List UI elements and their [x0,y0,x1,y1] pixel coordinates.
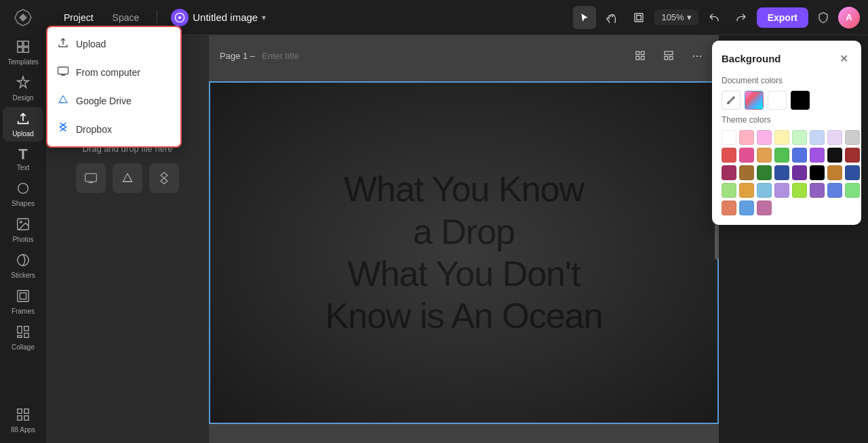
gradient-color-swatch[interactable] [745,91,764,110]
theme-color-33[interactable] [722,201,736,215]
upload-icon [16,111,31,128]
document-title: Untitled image [193,12,258,23]
collage-icon [16,324,31,341]
theme-color-26[interactable] [739,183,754,198]
dropbox-upload-button[interactable] [149,163,179,193]
svg-rect-28 [665,51,673,55]
theme-color-2[interactable] [739,130,754,145]
theme-color-5[interactable] [792,130,807,145]
sidebar-item-shapes[interactable]: Shapes [3,177,43,211]
theme-color-3[interactable] [757,130,772,145]
frame-tool-button[interactable] [627,6,650,29]
zoom-control[interactable]: 105% ▾ [654,9,698,25]
theme-color-18[interactable] [739,165,754,180]
theme-color-30[interactable] [810,183,825,198]
dropdown-upload[interactable]: Upload [47,30,180,58]
computer-upload-button[interactable] [76,163,106,193]
theme-color-7[interactable] [827,130,842,145]
canvas-area: What You Know a Drop What You Don't Know… [209,35,719,443]
theme-color-22[interactable] [810,165,825,180]
document-colors-label: Document colors [722,76,852,85]
google-drive-icon [57,93,69,108]
theme-color-28[interactable] [774,183,789,198]
theme-color-31[interactable] [827,183,842,198]
svg-rect-25 [641,51,644,55]
sidebar-item-label-shapes: Shapes [12,200,35,207]
redo-button[interactable] [730,6,753,29]
theme-color-25[interactable] [722,183,736,198]
text-icon: T [18,147,27,162]
eyedropper-button[interactable] [722,91,741,110]
bg-panel-close-button[interactable]: ✕ [835,50,852,66]
avatar[interactable]: A [838,7,860,28]
dropdown-from-computer[interactable]: From computer [47,58,180,87]
black-color-swatch[interactable] [791,91,810,110]
theme-color-6[interactable] [810,130,825,145]
svg-rect-30 [669,56,673,60]
sidebar-item-text[interactable]: T Text [3,143,43,175]
theme-color-29[interactable] [792,183,807,198]
topbar-title-area: Untitled image ▾ [171,9,266,26]
svg-rect-12 [18,291,29,302]
white-color-swatch[interactable] [768,91,787,110]
canvas-text-line3: What You Don't [326,253,603,295]
dropdown-dropbox[interactable]: Dropbox [47,115,180,144]
drag-drop-area: Drag and drop file here [46,144,209,193]
dropdown-upload-label: Upload [76,39,106,49]
sidebar-item-label-design: Design [12,94,33,102]
sidebar-item-design[interactable]: Design [3,71,43,106]
sidebar-item-collage[interactable]: Collage [3,320,43,355]
select-tool-button[interactable] [573,6,596,29]
theme-color-15[interactable] [827,148,842,163]
sidebar-item-upload[interactable]: Upload [3,107,43,142]
sidebar-item-photos[interactable]: Photos [3,213,43,247]
theme-color-35[interactable] [757,201,772,215]
google-drive-upload-button[interactable] [113,163,142,193]
theme-color-10[interactable] [739,148,754,163]
sidebar: Templates Design Upload T Text Shapes Ph… [0,0,46,443]
theme-color-19[interactable] [757,165,772,180]
theme-color-21[interactable] [792,165,807,180]
theme-color-23[interactable] [827,165,842,180]
theme-color-12[interactable] [774,148,789,163]
hand-tool-button[interactable] [600,6,623,29]
tab-space[interactable]: Space [103,8,149,27]
export-button[interactable]: Export [757,7,808,28]
sidebar-item-frames[interactable]: Frames [3,284,43,319]
sidebar-item-templates[interactable]: Templates [3,35,43,70]
theme-color-17[interactable] [722,165,736,180]
theme-color-20[interactable] [774,165,789,180]
canvas-text[interactable]: What You Know a Drop What You Don't Know… [326,168,603,337]
theme-color-4[interactable] [774,130,789,145]
canvas-scroll-handle[interactable] [715,219,719,259]
svg-rect-18 [18,409,22,413]
grid-view-button[interactable] [629,45,651,66]
sidebar-logo [11,5,35,30]
page-label: Page 1 – [220,51,255,61]
theme-color-24[interactable] [845,165,860,180]
undo-button[interactable] [703,6,726,29]
sidebar-item-apps[interactable]: 88 Apps [3,403,43,438]
theme-color-34[interactable] [739,201,754,215]
theme-color-9[interactable] [722,148,736,163]
theme-color-13[interactable] [792,148,807,163]
bg-panel-header: Background ✕ [722,50,852,66]
page-title-input[interactable] [262,51,376,61]
tab-project[interactable]: Project [54,8,103,27]
shield-icon[interactable] [812,7,834,28]
layout-view-button[interactable] [658,45,679,66]
document-title-chevron[interactable]: ▾ [262,13,266,22]
more-options-button[interactable]: ··· [686,45,708,66]
theme-color-14[interactable] [810,148,825,163]
sidebar-item-stickers[interactable]: Stickers [3,249,43,283]
dropdown-google-drive[interactable]: Google Drive [47,87,180,115]
theme-color-8[interactable] [845,130,860,145]
sidebar-item-label-stickers: Stickers [11,272,35,279]
theme-color-1[interactable] [722,130,736,145]
theme-color-27[interactable] [757,183,772,198]
theme-color-16[interactable] [845,148,860,163]
stickers-icon [16,253,31,270]
theme-color-32[interactable] [845,183,860,198]
theme-color-11[interactable] [757,148,772,163]
svg-rect-20 [18,416,22,420]
